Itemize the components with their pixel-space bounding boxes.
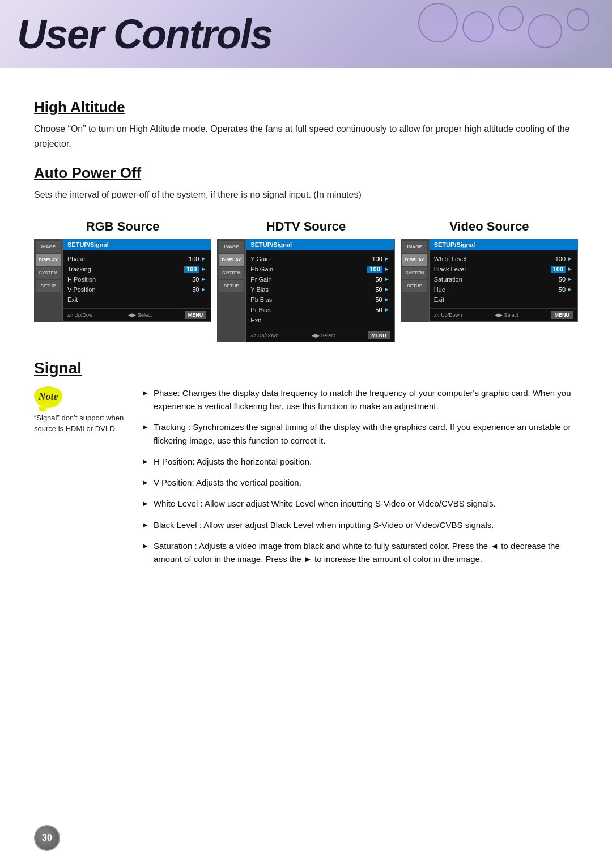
hdtv-exit[interactable]: Exit — [250, 315, 389, 325]
rgb-vpos-arrow[interactable]: ► — [201, 286, 206, 292]
hdtv-select-ctrl: ◀▶ Select — [312, 333, 335, 338]
hdtv-prbias-arrow[interactable]: ► — [384, 307, 390, 313]
rgb-row-vpos: V Position 50► — [67, 284, 206, 295]
hdtv-menu-btn[interactable]: MENU — [368, 331, 390, 339]
video-white-num: 100 — [555, 256, 566, 262]
hdtv-sidebar-nav: IMAGE DISPLAY SYSTEM SETUP — [217, 239, 245, 342]
video-menu-btn[interactable]: MENU — [551, 311, 573, 319]
rgb-panel-main: SETUP/Signal Phase 100► Tracking 100► H … — [62, 239, 211, 322]
rgb-updown-ctrl: ▵▿ Up/Down — [67, 312, 96, 318]
rgb-phase-arrow[interactable]: ► — [201, 256, 206, 262]
video-panel-rows: White Level 100► Black Level 100► Satura… — [430, 250, 577, 308]
hdtv-row-pbgain: Pb Gain 100► — [250, 264, 389, 274]
hdtv-ybias-arrow[interactable]: ► — [384, 286, 390, 292]
bullet-item-phase: ► Phase: Changes the display data freque… — [142, 386, 578, 413]
high-altitude-text: Choose “On” to turn on High Altitude mod… — [34, 122, 578, 151]
bullet-list: ► Phase: Changes the display data freque… — [142, 386, 578, 574]
bullet-text-saturation: Saturation : Adjusts a video image from … — [154, 539, 578, 566]
rgb-sidebar-nav: IMAGE DISPLAY SYSTEM SETUP — [34, 239, 62, 322]
rgb-vpos-value: 50► — [192, 286, 206, 293]
hdtv-nav-setup[interactable]: SETUP — [219, 280, 244, 292]
hdtv-pbgain-arrow[interactable]: ► — [384, 266, 390, 272]
rgb-panel-header: SETUP/Signal — [63, 239, 211, 250]
video-panel-footer: ▵▿ Up/Down ◀▶ Select MENU — [430, 308, 577, 321]
deco-circle-1 — [418, 3, 458, 42]
video-black-label: Black Level — [434, 266, 466, 273]
bullet-arrow-tracking: ► — [142, 422, 149, 433]
bullet-arrow-white: ► — [142, 498, 149, 509]
hdtv-pbgain-value: 100► — [367, 266, 389, 273]
hdtv-prgain-label: Pr Gain — [250, 276, 271, 283]
bullet-text-black: Black Level : Allow user adjust Black Le… — [154, 518, 494, 531]
video-nav-display[interactable]: DISPLAY — [402, 254, 427, 266]
signal-section: Signal Note “Signal” don’t support when … — [34, 359, 578, 574]
main-content: High Altitude Choose “On” to turn on Hig… — [0, 68, 612, 607]
signal-body: Note “Signal” don’t support when source … — [34, 386, 578, 574]
rgb-select-ctrl: ◀▶ Select — [128, 312, 152, 318]
video-hue-arrow[interactable]: ► — [567, 286, 573, 292]
video-nav-system[interactable]: SYSTEM — [402, 267, 427, 279]
rgb-phase-value: 100► — [189, 256, 206, 262]
video-saturation-label: Saturation — [434, 276, 462, 283]
hdtv-nav-image[interactable]: IMAGE — [219, 241, 244, 253]
rgb-menu-btn[interactable]: MENU — [185, 311, 207, 319]
hdtv-row-ygain: Y Gain 100► — [250, 254, 389, 264]
hdtv-panel-rows: Y Gain 100► Pb Gain 100► Pr Gain 50► Y — [246, 250, 394, 329]
rgb-row-phase: Phase 100► — [67, 254, 206, 264]
rgb-phase-label: Phase — [67, 256, 85, 262]
note-icon: Note — [34, 386, 62, 408]
hdtv-pbbias-num: 50 — [376, 296, 382, 303]
hdtv-ygain-value: 100► — [372, 256, 389, 262]
auto-power-off-text: Sets the interval of power-off of the sy… — [34, 188, 578, 202]
hdtv-panel-wrapper: IMAGE DISPLAY SYSTEM SETUP SETUP/Signal … — [217, 239, 394, 342]
bullet-arrow-saturation: ► — [142, 541, 149, 552]
rgb-row-tracking: Tracking 100► — [67, 264, 206, 274]
rgb-vpos-label: V Position — [67, 286, 96, 293]
rgb-hpos-arrow[interactable]: ► — [201, 276, 206, 282]
video-row-white: White Level 100► — [434, 254, 573, 264]
video-white-value: 100► — [555, 256, 573, 262]
video-hue-num: 50 — [559, 286, 566, 293]
video-white-arrow[interactable]: ► — [567, 256, 573, 262]
sources-row: RGB Source IMAGE DISPLAY SYSTEM SETUP SE… — [34, 219, 578, 342]
hdtv-pbgain-label: Pb Gain — [250, 266, 273, 273]
hdtv-pbbias-label: Pb Bias — [250, 296, 272, 303]
deco-circle-2 — [462, 11, 494, 42]
hdtv-prgain-arrow[interactable]: ► — [384, 276, 390, 282]
hdtv-prbias-label: Pr Bias — [250, 307, 270, 313]
video-sidebar-nav: IMAGE DISPLAY SYSTEM SETUP — [401, 239, 429, 322]
video-nav-image[interactable]: IMAGE — [402, 241, 427, 253]
bullet-arrow-hpos: ► — [142, 456, 149, 467]
deco-circle-3 — [498, 6, 524, 31]
high-altitude-section: High Altitude Choose “On” to turn on Hig… — [34, 99, 578, 151]
bullet-item-white: ► White Level : Allow user adjust White … — [142, 497, 578, 510]
rgb-exit[interactable]: Exit — [67, 295, 206, 305]
video-black-num: 100 — [551, 266, 566, 273]
video-black-arrow[interactable]: ► — [567, 266, 573, 272]
rgb-panel-wrapper: IMAGE DISPLAY SYSTEM SETUP SETUP/Signal … — [34, 239, 211, 322]
rgb-tracking-arrow[interactable]: ► — [201, 266, 206, 272]
note-icon-text: Note — [39, 391, 58, 403]
hdtv-ygain-arrow[interactable]: ► — [384, 256, 390, 262]
rgb-nav-setup[interactable]: SETUP — [36, 280, 61, 292]
hdtv-source-title: HDTV Source — [266, 219, 346, 234]
hdtv-row-prbias: Pr Bias 50► — [250, 305, 389, 315]
video-nav-setup[interactable]: SETUP — [402, 280, 427, 292]
video-exit[interactable]: Exit — [434, 295, 573, 305]
hdtv-ybias-num: 50 — [376, 286, 382, 293]
rgb-tracking-value: 100► — [184, 266, 206, 273]
hdtv-nav-system[interactable]: SYSTEM — [219, 267, 244, 279]
auto-power-off-section: Auto Power Off Sets the interval of powe… — [34, 164, 578, 202]
hdtv-nav-display[interactable]: DISPLAY — [219, 254, 244, 266]
hdtv-prgain-num: 50 — [376, 276, 382, 283]
header-circles — [418, 3, 589, 48]
video-updown-ctrl: ▵▿ Up/Down — [434, 312, 462, 318]
video-select-ctrl: ◀▶ Select — [495, 312, 518, 318]
rgb-nav-display[interactable]: DISPLAY — [36, 254, 61, 266]
video-saturation-arrow[interactable]: ► — [567, 276, 573, 282]
rgb-nav-image[interactable]: IMAGE — [36, 241, 61, 253]
hdtv-pbbias-arrow[interactable]: ► — [384, 296, 390, 303]
rgb-row-hpos: H Position 50► — [67, 274, 206, 284]
bullet-item-saturation: ► Saturation : Adjusts a video image fro… — [142, 539, 578, 566]
rgb-nav-system[interactable]: SYSTEM — [36, 267, 61, 279]
